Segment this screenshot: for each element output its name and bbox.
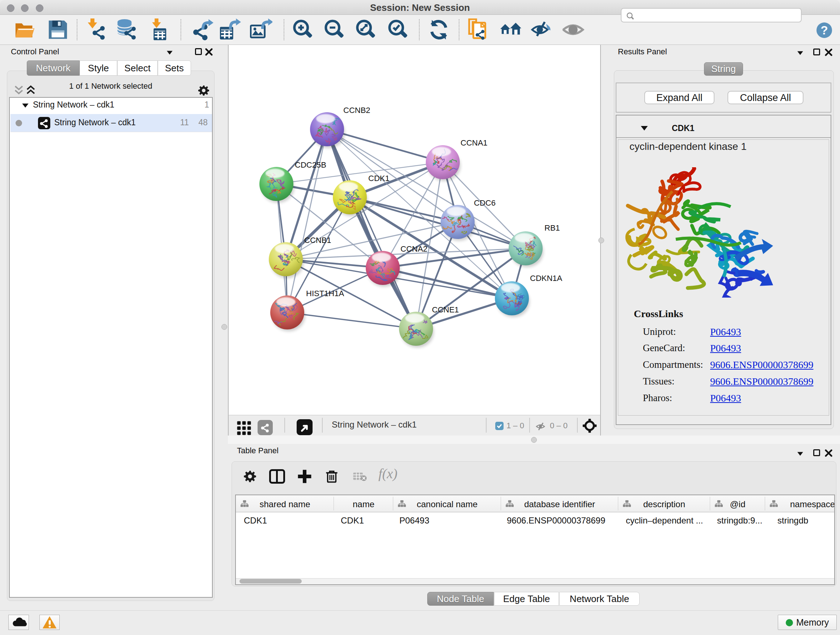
svg-text:CCNA1: CCNA1 (461, 138, 488, 147)
svg-text:RB1: RB1 (545, 223, 560, 233)
svg-text:CDC6: CDC6 (474, 198, 496, 207)
svg-text:CCNA2: CCNA2 (401, 244, 428, 253)
svg-text:HIST1H1A: HIST1H1A (306, 289, 344, 298)
svg-text:CCNB1: CCNB1 (304, 236, 332, 245)
svg-text:CDKN1A: CDKN1A (530, 274, 562, 283)
svg-text:CDC25B: CDC25B (295, 160, 326, 169)
svg-text:CCNB2: CCNB2 (343, 106, 370, 115)
svg-text:CCNE1: CCNE1 (432, 305, 459, 314)
svg-text:CDK1: CDK1 (368, 174, 390, 183)
